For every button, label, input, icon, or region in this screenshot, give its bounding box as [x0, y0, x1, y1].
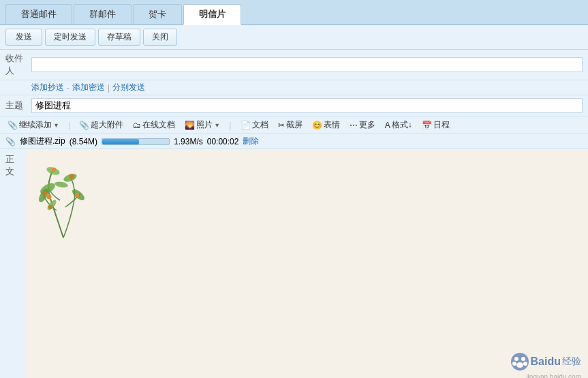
calendar-btn[interactable]: 📅 日程: [420, 119, 452, 131]
photos-arrow: ▼: [214, 122, 220, 129]
baidu-watermark: Baidu 经验 jingyan.baidu.com: [510, 352, 581, 371]
cc-separator: |: [108, 83, 110, 93]
photos-icon: 🌄: [185, 121, 195, 130]
svg-point-18: [516, 362, 523, 368]
tab-normal-mail[interactable]: 普通邮件: [5, 4, 72, 24]
more-btn[interactable]: ⋯ 更多: [347, 119, 377, 131]
tab-greeting-card[interactable]: 贺卡: [133, 4, 182, 24]
scissors-icon: ✂: [278, 121, 285, 130]
send-button[interactable]: 发送: [5, 29, 42, 46]
continue-add-arrow: ▼: [53, 122, 59, 129]
tab-bar: 普通邮件 群邮件 贺卡 明信片: [0, 0, 588, 25]
documents-btn[interactable]: 📄 文档: [238, 119, 270, 131]
attach-progress-row: 📎 修图进程.zip (8.54M) 1.93M/s 00:00:02 删除: [0, 134, 588, 149]
progress-bar: [102, 138, 170, 145]
super-attach-icon: 📎: [79, 121, 89, 130]
online-doc-icon: 🗂: [133, 121, 141, 130]
emoji-btn[interactable]: 😊 表情: [310, 119, 342, 131]
attach-time: 00:00:02: [207, 137, 239, 146]
cc-dash: -: [67, 83, 69, 93]
svg-point-13: [511, 353, 529, 371]
photos-btn[interactable]: 🌄 照片 ▼: [183, 119, 222, 131]
svg-point-7: [47, 195, 52, 200]
scheduled-send-button[interactable]: 定时发送: [45, 29, 95, 46]
svg-point-12: [48, 205, 52, 209]
attach-filesize: (8.54M): [69, 137, 97, 146]
recipient-input[interactable]: [31, 57, 583, 72]
separate-send-link[interactable]: 分别发送: [112, 82, 145, 93]
online-doc-btn[interactable]: 🗂 在线文档: [131, 119, 177, 131]
subject-input[interactable]: [31, 98, 583, 113]
paperclip-icon: 📎: [7, 121, 18, 130]
body-label: 正文: [0, 149, 26, 378]
attach-toolbar: 📎 继续添加 ▼ | 📎 超大附件 🗂 在线文档 🌄 照片 ▼ | 📄 文档: [0, 116, 588, 134]
document-icon: 📄: [241, 121, 251, 130]
progress-bar-fill: [102, 139, 139, 144]
svg-point-16: [512, 362, 516, 366]
toolbar: 发送 定时发送 存草稿 关闭: [0, 25, 588, 50]
tab-group-mail[interactable]: 群邮件: [74, 4, 131, 24]
tab-postcard[interactable]: 明信片: [183, 4, 241, 25]
attach-paperclip-icon: 📎: [5, 137, 16, 146]
body-area: 正文: [0, 149, 588, 378]
svg-point-11: [75, 193, 79, 198]
calendar-icon: 📅: [422, 121, 432, 130]
subject-row: 主题: [0, 95, 588, 116]
subject-label: 主题: [5, 99, 31, 112]
super-attachment-btn[interactable]: 📎 超大附件: [77, 119, 125, 131]
add-bcc-link[interactable]: 添加密送: [72, 82, 105, 93]
screenshot-btn[interactable]: ✂ 截屏: [276, 119, 305, 131]
plant-illustration: [33, 156, 94, 245]
baidu-text: Baidu: [531, 356, 561, 368]
svg-point-15: [521, 357, 525, 361]
add-cc-link[interactable]: 添加抄送: [31, 82, 64, 93]
svg-point-9: [52, 168, 56, 172]
recipient-row: 收件人: [0, 50, 588, 80]
svg-point-6: [54, 180, 68, 188]
baidu-jingyan: 经验: [562, 356, 581, 368]
attach-filename: 修图进程.zip: [20, 136, 65, 147]
format-btn[interactable]: A 格式↓: [383, 119, 414, 131]
svg-point-17: [523, 362, 527, 366]
draft-button[interactable]: 存草稿: [98, 29, 140, 46]
delete-attachment-link[interactable]: 删除: [243, 136, 259, 147]
attach-speed: 1.93M/s: [174, 137, 203, 146]
svg-point-8: [43, 191, 47, 195]
continue-add-btn[interactable]: 📎 继续添加 ▼: [5, 119, 61, 131]
close-button[interactable]: 关闭: [143, 29, 177, 46]
content-area: 收件人 添加抄送 - 添加密送 | 分别发送 主题 📎 继续添加 ▼ | 📎: [0, 50, 588, 378]
main-container: 普通邮件 群邮件 贺卡 明信片 发送 定时发送 存草稿 关闭 收件人 添加抄送 …: [0, 0, 588, 378]
body-content[interactable]: Baidu 经验 jingyan.baidu.com: [26, 149, 588, 378]
emoji-icon: 😊: [312, 121, 322, 130]
baidu-logo-icon: [510, 352, 529, 371]
svg-point-14: [514, 357, 519, 361]
more-icon: ⋯: [350, 121, 358, 130]
cc-links-row: 添加抄送 - 添加密送 | 分别发送: [0, 80, 588, 95]
recipient-label: 收件人: [5, 52, 31, 77]
svg-point-10: [69, 174, 74, 179]
baidu-url: jingyan.baidu.com: [526, 373, 581, 378]
format-icon: A: [385, 121, 390, 130]
